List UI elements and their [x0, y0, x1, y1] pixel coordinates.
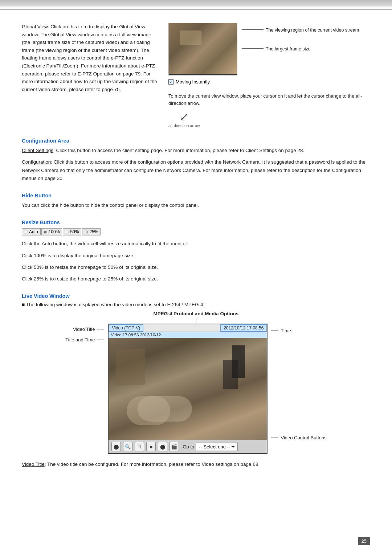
move-instruction-block: To move the current view window, place y…	[168, 90, 370, 107]
resize-text1: Click the Auto button, the video cell wi…	[22, 240, 370, 248]
live-video-desc-text: The following window is displayed when t…	[26, 302, 205, 307]
select-one[interactable]: -- Select one --	[197, 444, 236, 450]
resize-text4: Click 25% is to resize the homepage to 2…	[22, 275, 370, 283]
bullet-icon: ■	[22, 302, 26, 307]
video-controls-bar: ⬤ 🔍 ⏸ ■ ⬤ 🎬 Go to -- Select one --	[109, 440, 267, 453]
ctrl-stop[interactable]: ■	[146, 442, 156, 451]
all-dir-arrow-block: ⤢ all-direction arrow	[168, 111, 200, 128]
btn-100-label: 100%	[49, 229, 60, 234]
resize-colon: .	[101, 228, 103, 235]
bottom-text: Video Title: The video title can be conf…	[22, 460, 370, 468]
mpeg-label: MPEG-4 Protocol and Media Options	[154, 311, 239, 316]
resize-buttons-header: Resize Buttons	[22, 219, 370, 225]
video-title-label-row: Video Title	[73, 327, 104, 332]
ctrl-zoom[interactable]: 🔍	[123, 442, 132, 451]
gv-image-block: ✦ Global View: ✓ Moving Instantly	[168, 23, 370, 85]
moving-instantly-row: ✓ Moving Instantly	[168, 79, 237, 85]
left-labels: Video Title Title and Time	[65, 324, 104, 342]
all-direction-label: all-direction arrow	[168, 123, 200, 128]
gv-image-container: ✦ Global View:	[168, 23, 237, 75]
all-direction-arrow-icon: ⤢	[179, 111, 189, 123]
gv-room-image	[169, 23, 237, 74]
resize-text3: Click 50% is to resize the homepage to 5…	[22, 263, 370, 271]
resize-text2: Click 100% is to display the original ho…	[22, 252, 370, 260]
connector-line-2	[97, 340, 104, 340]
moving-instantly-label: Moving Instantly	[176, 79, 210, 85]
global-view-body: : Click on this item to display the Glob…	[22, 24, 157, 92]
global-view-text: Global View: Click on this item to displ…	[22, 23, 160, 128]
btn-50-label: 50%	[70, 229, 79, 234]
video-content	[109, 338, 267, 440]
video-control-label-row: Video Control Buttons	[271, 435, 326, 440]
client-settings-body: : Click this button to access the client…	[53, 148, 304, 153]
resize-icon: ⊞	[24, 230, 28, 234]
video-window-container: Video Title Title and Time Video (TCP-V)…	[65, 324, 326, 454]
annotation2-text: The largest frame size	[266, 45, 311, 53]
gv-annotations: The viewing region of the current video …	[242, 23, 359, 53]
btn-auto[interactable]: ⊞ Auto	[22, 228, 41, 235]
ctrl-camera[interactable]: 🎬	[170, 442, 179, 451]
content: Global View: Click on this item to displ…	[0, 10, 392, 491]
live-video-desc: ■ The following window is displayed when…	[22, 302, 370, 307]
resize-icon-100: ⊞	[44, 230, 47, 234]
room-element-2	[232, 345, 245, 378]
room-element-1	[116, 349, 145, 385]
connector-line-4	[271, 438, 278, 438]
resize-icon-50: ⊞	[65, 230, 69, 234]
ctrl-record2[interactable]: ⬤	[158, 442, 167, 451]
btn-25-label: 25%	[89, 229, 98, 234]
video-title-badge: Video (TCP-V)	[109, 324, 143, 332]
connector-line-3	[271, 331, 278, 331]
annot1-line	[242, 29, 264, 30]
goto-group: Go to -- Select one --	[183, 443, 238, 451]
btn-100[interactable]: ⊞ 100%	[41, 228, 62, 235]
ctrl-record[interactable]: ⬤	[111, 442, 121, 451]
video-subtitle-bar: Video 17:08:56 2012/10/12	[109, 332, 267, 338]
room-sofa	[138, 396, 192, 422]
configuration-body: : Click this button to access more of th…	[22, 159, 366, 181]
video-top-bar: Video (TCP-V) 2012/10/12 17:08:56	[109, 324, 267, 332]
annotation2-row: The largest frame size	[242, 45, 359, 53]
annotation1-text: The viewing region of the current video …	[266, 26, 359, 34]
client-settings-label: Client Settings	[22, 148, 53, 153]
global-view-right: ✦ Global View: ✓ Moving Instantly	[168, 23, 370, 128]
video-time-badge: 2012/10/12 17:08:56	[220, 324, 267, 332]
configuration-header: Configuration Area	[22, 138, 370, 144]
all-dir-block: ⤢ all-direction arrow	[168, 111, 370, 128]
video-title-label: Video Title	[73, 327, 95, 332]
configuration-section: Configuration Area Client Settings: Clic…	[22, 138, 370, 182]
time-label-row: Time	[271, 328, 291, 333]
live-video-section: Live Video Window ■ The following window…	[22, 293, 370, 468]
client-settings-text: Client Settings: Click this button to ac…	[22, 147, 370, 155]
mpeg-arrow-line	[196, 318, 196, 324]
time-label: Time	[281, 328, 291, 333]
annot2-line	[242, 48, 264, 49]
hide-button-text: You can click the hide button to hide th…	[22, 201, 370, 209]
btn-50[interactable]: ⊞ 50%	[63, 228, 81, 235]
btn-auto-label: Auto	[29, 229, 38, 234]
video-frame: Video (TCP-V) 2012/10/12 17:08:56 Video …	[108, 324, 268, 454]
resize-buttons-row: ⊞ Auto ⊞ 100% ⊞ 50% ⊞ 25% .	[22, 228, 370, 235]
right-labels: Time Video Control Buttons	[271, 324, 326, 440]
checkbox-icon: ✓	[168, 79, 173, 85]
live-video-header: Live Video Window	[22, 293, 370, 299]
video-title-bottom-label: Video Title	[22, 461, 45, 467]
global-view-section: Global View: Click on this item to displ…	[22, 23, 370, 128]
video-title-bottom-text: : The video title can be configured. For…	[45, 461, 260, 467]
video-diagram: MPEG-4 Protocol and Media Options Video …	[22, 311, 370, 454]
move-instruction-text: To move the current view window, place y…	[168, 93, 370, 107]
resize-buttons-section: Resize Buttons ⊞ Auto ⊞ 100% ⊞ 50% ⊞ 25%	[22, 219, 370, 283]
goto-label: Go to	[183, 444, 194, 450]
configuration-label: Configuration	[22, 159, 51, 165]
configuration-text: Configuration: Click this button to acce…	[22, 158, 370, 182]
top-bar	[0, 0, 392, 7]
video-control-label: Video Control Buttons	[281, 435, 326, 440]
ctrl-pause[interactable]: ⏸	[135, 442, 144, 451]
title-and-time-label: Title and Time	[65, 337, 95, 342]
page-number: 25	[358, 537, 370, 545]
connector-line-1	[97, 329, 104, 329]
hide-button-section: Hide Button You can click the hide butto…	[22, 193, 370, 209]
annotation1-row: The viewing region of the current video …	[242, 26, 359, 34]
btn-25[interactable]: ⊞ 25%	[82, 228, 101, 235]
select-dropdown[interactable]: -- Select one --	[196, 443, 238, 451]
